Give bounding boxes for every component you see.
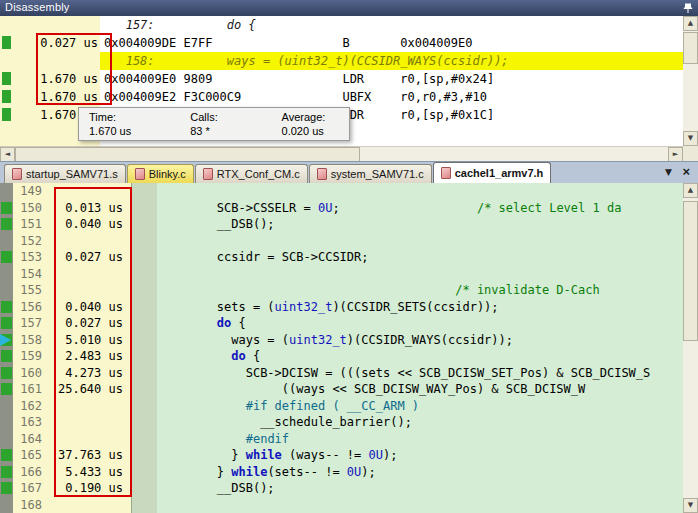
- line-timing: [47, 398, 131, 415]
- editor-vscrollbar[interactable]: ▲ ▼: [683, 183, 698, 513]
- disasm-timing-cell: [0, 16, 100, 34]
- disasm-row[interactable]: 0.027 us0x004009DE E7FF B 0x004009E0: [0, 34, 683, 52]
- fold-margin-cell: [131, 299, 157, 316]
- editor-line[interactable]: 164 #endif: [0, 431, 683, 448]
- disassembly-vscrollbar[interactable]: ▲ ▼: [683, 16, 698, 146]
- editor-line[interactable]: 16537.763 us } while (ways-- != 0U);: [0, 447, 683, 464]
- code-segment-t: {: [231, 316, 245, 330]
- editor-line[interactable]: 149: [0, 183, 683, 200]
- scroll-up-button[interactable]: ▲: [683, 16, 698, 31]
- editor-line[interactable]: 1500.013 us SCB->CSSELR = 0U; /* select …: [0, 200, 683, 217]
- coverage-strip-cell: [0, 365, 13, 382]
- line-number: 152: [13, 233, 47, 250]
- editor-line[interactable]: 1592.483 us do {: [0, 348, 683, 365]
- line-timing: 5.433 us: [47, 464, 131, 481]
- fold-margin-cell: [131, 431, 157, 448]
- code-text: #endif: [157, 431, 683, 448]
- disasm-timing-cell: 0.027 us: [0, 34, 100, 52]
- disasm-timing-cell: [0, 52, 100, 70]
- editor-line[interactable]: 1510.040 us __DSB();: [0, 216, 683, 233]
- editor-scroll-up-button[interactable]: ▲: [683, 183, 698, 198]
- code-segment-t: [159, 283, 455, 297]
- scroll-left-button[interactable]: ◄: [0, 147, 15, 162]
- disassembly-hscrollbar[interactable]: ◄ ►: [0, 146, 683, 161]
- line-timing: [47, 431, 131, 448]
- editor-line[interactable]: 1604.273 us SCB->DCISW = (((sets << SCB_…: [0, 365, 683, 382]
- editor-line[interactable]: 16125.640 us ((ways << SCB_DCISW_WAY_Pos…: [0, 381, 683, 398]
- tab-blinky-c[interactable]: Blinky.c: [127, 164, 194, 183]
- code-text: sets = (uint32_t)(CCSIDR_SETS(ccsidr));: [157, 299, 683, 316]
- code-segment-t: ccsidr = SCB->CCSIDR;: [159, 250, 369, 264]
- tab-startup_samv71-s[interactable]: startup_SAMV71.s: [4, 164, 126, 183]
- disasm-row[interactable]: 158: ways = (uint32_t)(CCSIDR_WAYS(ccsid…: [0, 52, 683, 70]
- tab-rtx_conf_cm-c[interactable]: RTX_Conf_CM.c: [195, 164, 308, 183]
- vscroll-thumb[interactable]: [683, 32, 698, 64]
- tab-list: startup_SAMV71.sBlinky.cRTX_Conf_CM.csys…: [4, 161, 551, 183]
- editor-line[interactable]: 1665.433 us } while(sets-- != 0U);: [0, 464, 683, 481]
- coverage-strip-cell: [0, 348, 13, 365]
- coverage-strip-cell: [0, 200, 13, 217]
- file-tab-bar: startup_SAMV71.sBlinky.cRTX_Conf_CM.csys…: [0, 161, 698, 183]
- code-segment-t: ;: [332, 201, 477, 215]
- disasm-row[interactable]: 1.670 us0x004009E2 F3C000C9 UBFX r0,r0,#…: [0, 88, 683, 106]
- line-timing: 25.640 us: [47, 381, 131, 398]
- current-statement-arrow: [0, 334, 11, 346]
- tab-overflow-dropdown-button[interactable]: ▼: [665, 167, 672, 177]
- coverage-strip-cell: [0, 282, 13, 299]
- editor-line[interactable]: 1585.010 us ways = (uint32_t)(CCSIDR_WAY…: [0, 332, 683, 349]
- coverage-indicator: [1, 466, 12, 478]
- line-timing: 0.040 us: [47, 299, 131, 316]
- editor-scroll-down-button[interactable]: ▼: [683, 498, 698, 513]
- code-text: do {: [157, 348, 683, 365]
- scroll-right-button[interactable]: ►: [668, 147, 683, 162]
- line-number: 168: [13, 497, 47, 513]
- editor-vscroll-thumb[interactable]: [683, 201, 698, 341]
- line-number: 157: [13, 315, 47, 332]
- code-segment-k2: uint32_t: [289, 333, 347, 347]
- coverage-indicator: [1, 202, 12, 214]
- disassembly-titlebar: Disassembly: [0, 0, 698, 16]
- editor-line[interactable]: 1570.027 us do {: [0, 315, 683, 332]
- coverage-indicator: [2, 108, 11, 121]
- tab-label: Blinky.c: [149, 168, 186, 180]
- line-number: 161: [13, 381, 47, 398]
- code-segment-t: )(CCSIDR_WAYS(ccsidr));: [347, 333, 513, 347]
- tab-label: cachel1_armv7.h: [455, 167, 544, 179]
- disasm-row[interactable]: 1.670 us0x004009E0 9809 LDR r0,[sp,#0x24…: [0, 70, 683, 88]
- code-text: SCB->DCISW = (((sets << SCB_DCISW_SET_Po…: [157, 365, 683, 382]
- scroll-down-button[interactable]: ▼: [683, 131, 698, 146]
- tooltip-average-label: Average:: [282, 110, 349, 124]
- file-icon: [317, 168, 327, 180]
- disasm-row[interactable]: 157: do {: [0, 16, 683, 34]
- editor-line[interactable]: 1530.027 us ccsidr = SCB->CCSIDR;: [0, 249, 683, 266]
- code-text: __DSB();: [157, 480, 683, 497]
- editor-line[interactable]: 163 __schedule_barrier();: [0, 414, 683, 431]
- line-number: 165: [13, 447, 47, 464]
- editor-line[interactable]: 155 /* invalidate D-Cach: [0, 282, 683, 299]
- code-segment-t: );: [361, 465, 375, 479]
- coverage-strip-cell: [0, 398, 13, 415]
- line-number: 164: [13, 431, 47, 448]
- fold-margin-cell: [131, 398, 157, 415]
- editor-line[interactable]: 1560.040 us sets = (uint32_t)(CCSIDR_SET…: [0, 299, 683, 316]
- fold-margin-cell: [131, 282, 157, 299]
- editor-line[interactable]: 154: [0, 266, 683, 283]
- pin-icon[interactable]: [682, 2, 694, 14]
- tab-system_samv71-c[interactable]: system_SAMV71.c: [309, 164, 432, 183]
- fold-margin-cell: [131, 249, 157, 266]
- line-number: 158: [13, 332, 47, 349]
- editor-line[interactable]: 168: [0, 497, 683, 513]
- close-file-button[interactable]: ×: [682, 165, 690, 179]
- code-segment-t: {: [246, 349, 260, 363]
- tooltip-time-col: Time: 1.670 us: [79, 108, 180, 140]
- editor-line[interactable]: 152: [0, 233, 683, 250]
- editor-line[interactable]: 162 #if defined ( __CC_ARM ): [0, 398, 683, 415]
- code-segment-t: __DSB();: [159, 481, 275, 495]
- code-segment-k: while: [246, 448, 282, 462]
- tab-cachel1_armv7-h[interactable]: cachel1_armv7.h: [433, 162, 552, 183]
- tab-label: system_SAMV71.c: [331, 168, 424, 180]
- code-segment-k2: uint32_t: [275, 300, 333, 314]
- code-text: ways = (uint32_t)(CCSIDR_WAYS(ccsidr));: [157, 332, 683, 349]
- hscroll-thumb[interactable]: [15, 147, 360, 162]
- editor-line[interactable]: 1670.190 us __DSB();: [0, 480, 683, 497]
